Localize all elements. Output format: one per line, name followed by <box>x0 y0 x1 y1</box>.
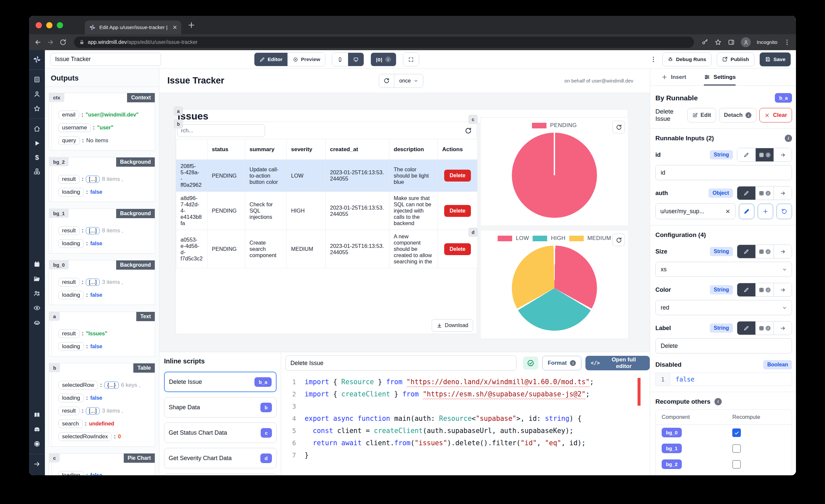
output-entry[interactable]: selectedRowIndex:0 <box>58 432 151 441</box>
output-key[interactable]: result <box>58 226 80 235</box>
minimize-window-button[interactable] <box>46 22 53 28</box>
static-mode-button[interactable] <box>737 148 755 161</box>
sidebar-item-ai[interactable] <box>33 319 41 326</box>
id-value-input[interactable] <box>655 165 792 180</box>
static-mode-button[interactable] <box>737 245 755 258</box>
expand-pill[interactable]: {...} <box>104 381 119 389</box>
table-row[interactable]: a8d96- 7-4d2d- 4- e4143b8faPENDINGCheck … <box>176 192 477 230</box>
refresh-resource-button[interactable] <box>776 204 792 219</box>
pie-chart-component-c[interactable]: PENDING <box>480 117 629 226</box>
static-mode-button[interactable] <box>737 283 755 296</box>
eval-mode-button[interactable] <box>773 187 792 200</box>
table-component-b[interactable]: statussummaryseveritycreated_atdescripti… <box>175 122 477 334</box>
eval-mode-button[interactable] <box>773 321 792 335</box>
output-key[interactable]: search <box>58 420 82 428</box>
mobile-view-button[interactable] <box>332 53 348 66</box>
reload-icon[interactable] <box>59 39 67 46</box>
connect-mode-button[interactable]: i <box>755 245 773 258</box>
section-id-badge[interactable]: bg_1 <box>49 209 69 218</box>
legend-item[interactable]: HIGH <box>533 235 566 241</box>
more-options-icon[interactable] <box>650 56 657 63</box>
output-entry[interactable]: result:"Issues" <box>58 330 151 338</box>
expand-pill[interactable]: [...] <box>86 279 100 286</box>
output-key[interactable]: loading <box>58 239 84 248</box>
sidebar-item-resources[interactable] <box>33 168 41 175</box>
resource-picker-input[interactable]: u/user/my_sup... <box>655 203 736 219</box>
sidebar-item-home[interactable] <box>33 125 41 132</box>
output-entry[interactable]: query:No items <box>58 136 151 145</box>
sidebar-item-audit-logs[interactable] <box>33 304 41 311</box>
output-entry[interactable]: username:"user" <box>58 124 151 132</box>
collapse-sidebar-icon[interactable] <box>33 460 41 468</box>
component-badge[interactable]: bg_2 <box>662 459 682 469</box>
edit-button[interactable]: Edit <box>687 108 716 123</box>
eval-mode-button[interactable] <box>773 283 792 296</box>
output-entry[interactable]: loading:false <box>58 471 151 475</box>
publish-button[interactable]: Publish <box>717 53 754 66</box>
recompute-checkbox[interactable] <box>732 444 741 453</box>
color-select[interactable]: red <box>655 300 792 315</box>
browser-tab[interactable]: Edit App u/user/issue-tracker | ✕ <box>85 20 181 34</box>
format-button[interactable]: Formati <box>542 356 582 370</box>
section-id-badge[interactable]: c <box>49 453 60 462</box>
label-value-input[interactable] <box>655 338 792 354</box>
preview-mode-button[interactable]: Preview <box>287 53 325 66</box>
sidebar-item-runs[interactable] <box>33 140 41 147</box>
sidebar-item-account[interactable] <box>33 90 41 98</box>
output-key[interactable]: result <box>58 278 80 286</box>
delete-button[interactable]: Delete <box>444 243 470 255</box>
code-editor[interactable]: 1234567 import { Resource } from "https:… <box>286 376 650 461</box>
discord-icon[interactable] <box>33 426 41 433</box>
output-entry[interactable]: result:[...]8 items , <box>58 175 151 184</box>
editor-mode-button[interactable]: Editor <box>254 53 287 66</box>
sidebar-item-docs[interactable] <box>33 411 41 419</box>
connect-mode-button[interactable]: i <box>755 148 773 161</box>
output-entry[interactable]: loading:false <box>58 291 151 299</box>
output-entry[interactable]: loading:false <box>58 342 151 351</box>
hide-left-panel-toggle[interactable]: |0|i <box>371 53 396 66</box>
table-search-input[interactable] <box>177 125 265 137</box>
delete-button[interactable]: Delete <box>444 205 470 217</box>
output-key[interactable]: loading <box>58 342 84 351</box>
component-badge[interactable]: bg_1 <box>662 444 682 453</box>
maximize-window-button[interactable] <box>57 22 63 28</box>
clear-resource-icon[interactable] <box>725 209 731 214</box>
static-mode-button[interactable] <box>737 187 755 200</box>
output-key[interactable]: loading <box>58 291 84 299</box>
inline-script-item[interactable]: Delete Issueb_a <box>164 372 277 392</box>
pie-chart-component-d[interactable]: LOWHIGHMEDIUM <box>480 230 629 339</box>
pie-d-refresh-button[interactable] <box>612 234 625 246</box>
forward-icon[interactable] <box>47 39 54 46</box>
component-badge[interactable]: bg_0 <box>662 428 682 437</box>
output-entry[interactable]: result:[...]3 items , <box>58 407 151 415</box>
refresh-mode-dropdown[interactable]: once <box>394 74 423 87</box>
disabled-expression-editor[interactable]: 1 false <box>655 373 792 386</box>
app-refresh-button[interactable] <box>379 74 394 87</box>
clear-button[interactable]: Clear <box>759 108 792 123</box>
legend-item[interactable]: MEDIUM <box>569 235 611 241</box>
tab-close-icon[interactable]: ✕ <box>172 24 177 31</box>
expand-pill[interactable]: [...] <box>86 407 100 415</box>
close-window-button[interactable] <box>35 22 42 28</box>
add-resource-button[interactable] <box>758 204 773 219</box>
output-key[interactable]: email <box>58 111 79 119</box>
table-row[interactable]: 208f5- 5-428a- - ff0a2962PENDINGUpdate c… <box>176 160 477 192</box>
output-key[interactable]: loading <box>58 188 84 196</box>
windmill-logo-icon[interactable] <box>32 55 42 64</box>
sidebar-item-workspace[interactable] <box>33 76 41 83</box>
connect-mode-button[interactable]: i <box>755 321 773 335</box>
output-key[interactable]: result <box>58 175 80 184</box>
output-entry[interactable]: email:"user@windmill.dev" <box>58 111 151 119</box>
output-key[interactable]: loading <box>58 471 84 475</box>
inline-script-item[interactable]: Get Severity Chart Datad <box>164 448 277 469</box>
output-entry[interactable]: result:[...]3 items , <box>58 278 151 286</box>
inline-script-item[interactable]: Get Status Chart Datac <box>164 423 277 443</box>
recompute-checkbox[interactable] <box>732 460 741 469</box>
sidebar-item-folders[interactable] <box>33 275 41 283</box>
legend-item[interactable]: PENDING <box>532 122 577 129</box>
inline-script-item[interactable]: Create Issuer <box>164 473 277 475</box>
output-key[interactable]: query <box>58 136 80 145</box>
output-key[interactable]: result <box>58 407 80 415</box>
output-entry[interactable]: loading:false <box>58 239 151 248</box>
tab-settings[interactable]: Settings <box>704 69 736 85</box>
